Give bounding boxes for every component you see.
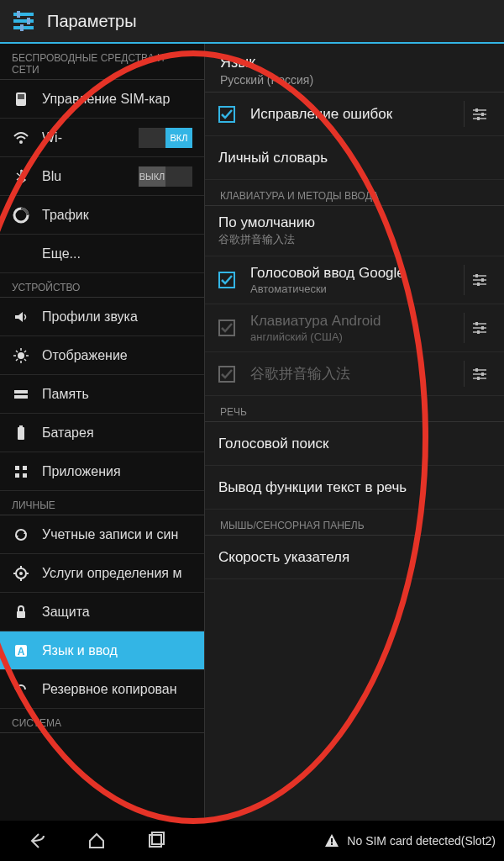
svg-rect-54 xyxy=(475,322,478,325)
svg-line-17 xyxy=(16,359,18,361)
sidebar-item-language[interactable]: A Язык и ввод xyxy=(0,631,204,670)
content-split: БЕСПРОВОДНЫЕ СРЕДСТВА И СЕТИ Управление … xyxy=(0,44,504,821)
svg-rect-20 xyxy=(14,395,28,399)
sidebar-item-accounts[interactable]: Учетные записи и син xyxy=(0,515,204,554)
sidebar-item-location[interactable]: Услуги определения м xyxy=(0,554,204,593)
default-ime-value: 谷歌拼音输入法 xyxy=(218,232,494,247)
sidebar-item-label: Защита xyxy=(42,605,90,620)
spellcheck-checkbox[interactable] xyxy=(215,103,239,126)
svg-rect-61 xyxy=(475,368,478,372)
android-keyboard-settings-button[interactable] xyxy=(464,313,494,343)
sidebar-item-label: Приложения xyxy=(42,464,121,479)
apps-icon xyxy=(12,462,30,481)
language-icon: A xyxy=(12,642,30,660)
google-voice-settings-button[interactable] xyxy=(464,265,494,295)
section-header-keyboard: КЛАВИАТУРА И МЕТОДЫ ВВОДА xyxy=(205,180,504,206)
sidebar-item-more[interactable]: Еще... xyxy=(0,235,204,273)
dictionary-label: Личный словарь xyxy=(218,150,494,166)
sidebar-item-backup[interactable]: Резервное копирован xyxy=(0,670,204,709)
bluetooth-toggle[interactable]: ВЫКЛ xyxy=(139,166,192,187)
svg-rect-23 xyxy=(15,466,19,470)
sidebar-item-label: Батарея xyxy=(42,425,94,441)
sidebar-item-label: Учетные записи и син xyxy=(42,527,178,542)
sidebar-item-label: Язык и ввод xyxy=(42,643,118,658)
status-area[interactable]: No SIM card detected(Slot2) xyxy=(323,832,496,849)
dictionary-row[interactable]: Личный словарь xyxy=(205,136,504,180)
sidebar-item-sound[interactable]: Профили звука xyxy=(0,298,204,336)
recent-button[interactable] xyxy=(126,830,185,852)
wifi-icon xyxy=(12,129,30,147)
svg-point-28 xyxy=(19,572,23,575)
android-keyboard-row[interactable]: Клавиатура Android английский (США) xyxy=(205,304,504,352)
sidebar-item-label: Память xyxy=(42,387,89,402)
svg-rect-67 xyxy=(331,843,333,845)
svg-rect-41 xyxy=(481,113,484,116)
left-pane: БЕСПРОВОДНЫЕ СРЕДСТВА И СЕТИ Управление … xyxy=(0,44,205,821)
pinyin-settings-button[interactable] xyxy=(464,361,494,387)
svg-text:A: A xyxy=(18,646,25,658)
pinyin-row[interactable]: 谷歌拼音输入法 xyxy=(205,352,504,396)
svg-rect-66 xyxy=(331,838,333,843)
svg-rect-19 xyxy=(14,390,28,394)
svg-rect-48 xyxy=(481,278,484,282)
sidebar-item-label: Трафик xyxy=(42,208,89,223)
pinyin-label: 谷歌拼音输入法 xyxy=(250,364,457,383)
sidebar-item-security[interactable]: Защита xyxy=(0,593,204,631)
bluetooth-icon xyxy=(12,167,30,186)
sidebar-item-label: Услуги определения м xyxy=(42,566,181,581)
pinyin-checkbox[interactable] xyxy=(215,362,239,386)
sidebar-item-bluetooth[interactable]: Blu ВЫКЛ xyxy=(0,157,204,196)
voice-search-row[interactable]: Голосовой поиск xyxy=(205,422,504,466)
default-ime-row[interactable]: По умолчанию 谷歌拼音输入法 xyxy=(205,206,504,256)
default-ime-label: По умолчанию xyxy=(218,214,494,231)
google-voice-sub: Автоматически xyxy=(250,283,457,295)
sidebar-item-apps[interactable]: Приложения xyxy=(0,452,204,491)
data-usage-icon xyxy=(12,206,30,224)
language-title: Язык xyxy=(220,54,489,71)
svg-point-8 xyxy=(19,140,23,144)
sidebar-item-memory[interactable]: Память xyxy=(0,375,204,414)
svg-rect-22 xyxy=(19,425,23,427)
tts-row[interactable]: Вывод функции текст в речь xyxy=(205,466,504,510)
right-pane: Язык Русский (Россия) Исправление ошибок… xyxy=(205,44,504,821)
pointer-speed-row[interactable]: Скорость указателя xyxy=(205,536,504,579)
android-keyboard-sub: английский (США) xyxy=(250,330,457,343)
sidebar-item-label: Wi- xyxy=(42,130,62,145)
back-button[interactable] xyxy=(8,830,67,852)
wifi-toggle[interactable]: ВКЛ xyxy=(139,128,192,148)
svg-rect-21 xyxy=(18,427,24,440)
language-row[interactable]: Язык Русский (Россия) xyxy=(205,44,504,92)
lock-icon xyxy=(12,603,30,621)
appbar-title: Параметры xyxy=(47,12,137,31)
location-icon xyxy=(12,564,30,583)
google-voice-checkbox[interactable] xyxy=(215,268,239,292)
sidebar-item-traffic[interactable]: Трафик xyxy=(0,196,204,235)
sidebar-item-sim[interactable]: Управление SIM-кар xyxy=(0,80,204,119)
battery-icon xyxy=(12,424,30,442)
language-value: Русский (Россия) xyxy=(220,73,489,87)
sidebar-item-label: Отображение xyxy=(42,348,128,363)
svg-rect-56 xyxy=(477,330,480,334)
spellcheck-row[interactable]: Исправление ошибок xyxy=(205,92,504,136)
android-keyboard-label: Клавиатура Android xyxy=(250,313,457,330)
google-voice-row[interactable]: Голосовой ввод Google Автоматически xyxy=(205,256,504,304)
blank-icon xyxy=(12,245,30,263)
settings-icon xyxy=(8,6,39,36)
warning-icon xyxy=(323,832,340,849)
section-header-mouse: МЫШЬ/СЕНСОРНАЯ ПАНЕЛЬ xyxy=(205,510,504,536)
section-header-personal: ЛИЧНЫЕ xyxy=(0,491,204,515)
sidebar-item-label: Резервное копирован xyxy=(42,682,177,697)
svg-rect-40 xyxy=(475,108,478,112)
home-button[interactable] xyxy=(67,830,126,852)
svg-rect-49 xyxy=(477,283,480,286)
svg-point-10 xyxy=(18,352,24,359)
spellcheck-settings-button[interactable] xyxy=(464,101,494,127)
android-keyboard-checkbox[interactable] xyxy=(215,316,239,340)
spellcheck-label: Исправление ошибок xyxy=(250,106,457,123)
svg-rect-4 xyxy=(27,18,30,24)
svg-line-18 xyxy=(24,351,26,352)
sidebar-item-battery[interactable]: Батарея xyxy=(0,414,204,452)
sidebar-item-display[interactable]: Отображение xyxy=(0,336,204,375)
sidebar-item-wifi[interactable]: Wi- ВКЛ xyxy=(0,119,204,157)
section-header-speech: РЕЧЬ xyxy=(205,396,504,422)
